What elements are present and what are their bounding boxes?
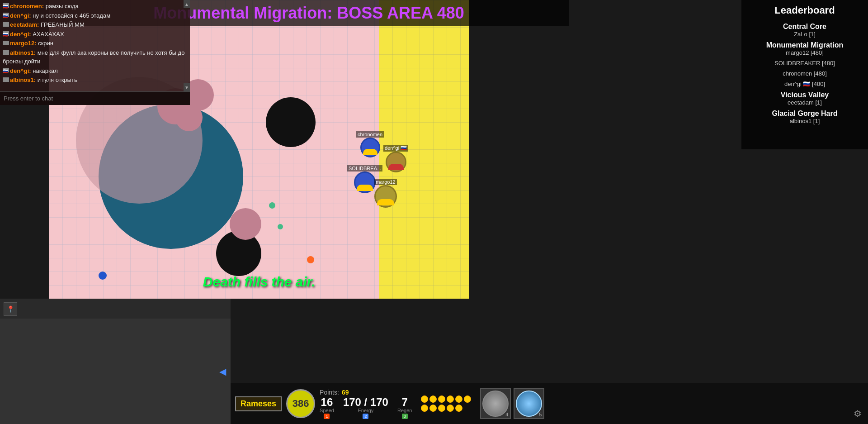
chat-messages: 🇷🇺chronomen: рамзы сюда🇷🇺den^gi: ну и ос…: [0, 0, 190, 91]
settings-icon[interactable]: ⚙: [851, 407, 864, 420]
stars-row: [421, 395, 471, 412]
points-row: Points: 69: [320, 389, 412, 396]
star-7: [421, 405, 428, 412]
player-margo12-label: margo12: [374, 179, 396, 185]
skill-icon-4: [482, 391, 509, 417]
player-chronomen: chronomen: [356, 131, 384, 157]
star-3: [438, 395, 445, 403]
speed-badge: 1: [324, 414, 330, 419]
points-label: Points:: [320, 389, 339, 396]
chat-panel: 🇷🇺chronomen: рамзы сюда🇷🇺den^gi: ну и ос…: [0, 0, 190, 105]
player-name: Rameses: [235, 396, 282, 411]
player-solidbreaker-label: SOLIDBREA...: [347, 165, 382, 172]
star-8: [429, 405, 437, 412]
lb-section-entry: SOLIDBREAKER [480]: [748, 60, 862, 67]
stars-top-row: [421, 395, 471, 403]
lb-section-entry: eeetadam [1]: [748, 99, 862, 106]
chat-scroll-down[interactable]: ▼: [184, 83, 190, 91]
game-title-text: Monumental Migration: BOSS AREA 480: [153, 4, 464, 22]
stats-row: 16 Speed 1 170 / 170 Energy 2 7 Regen 3: [320, 397, 412, 419]
star-11: [455, 405, 462, 412]
speed-label: Speed: [320, 408, 334, 413]
chat-message: albinos1: и гуля открыть: [3, 76, 187, 85]
chat-message: margo12: скрин: [3, 39, 187, 48]
chat-message: 🇷🇺den^gi: накаркал: [3, 67, 187, 76]
chat-input[interactable]: [0, 92, 190, 105]
small-pink-circle: [230, 208, 261, 240]
star-1: [421, 395, 428, 403]
lb-section-entry: margo12 [480]: [748, 49, 862, 56]
pink-circle-3: [175, 104, 203, 131]
player-margo12: margo12: [374, 179, 397, 208]
energy-value: 170 / 170: [343, 397, 388, 408]
lb-section-title: Vicious Valley: [748, 91, 862, 99]
energy-label: Energy: [358, 408, 373, 413]
speed-value: 16: [321, 397, 333, 408]
player-level: 386: [286, 389, 315, 418]
blue-dot: [99, 272, 107, 280]
lb-section-title: Central Core: [748, 23, 862, 31]
star-10: [447, 405, 454, 412]
skill-num-5: 5: [539, 412, 542, 417]
orange-dot: [307, 256, 314, 263]
skill-slots: 4 5: [480, 388, 544, 419]
chat-message: 🇷🇺den^gi: АХАХАХАХ: [3, 30, 187, 39]
regen-badge: 3: [402, 414, 408, 419]
energy-badge: 2: [363, 414, 368, 419]
star-9: [438, 405, 445, 412]
skill-num-4: 4: [505, 412, 508, 417]
skill-slot-4[interactable]: 4: [480, 388, 511, 419]
star-6: [464, 395, 471, 403]
chat-message: 🇷🇺chronomen: рамзы сюда: [3, 2, 187, 11]
chat-input-container: [0, 91, 190, 105]
minimap-icon[interactable]: 📍: [4, 302, 17, 316]
stats-box: Points: 69 16 Speed 1 170 / 170 Energy 2…: [320, 389, 412, 419]
player-dengi: den^gi 🇷🇺: [383, 145, 408, 172]
death-message: Death fills the air.: [203, 274, 315, 290]
lb-section-title: Glacial Gorge Hard: [748, 110, 862, 118]
lb-section-entry: chronomen [480]: [748, 70, 862, 77]
regen-stat: 7 Regen 3: [397, 397, 412, 419]
chat-message: albinos1: мне для фулл ака короны все по…: [3, 48, 187, 66]
minimap-canvas: ◀: [0, 319, 231, 424]
points-value: 69: [342, 389, 349, 396]
lb-section-entry: den^gi 🇷🇺 [480]: [748, 81, 862, 87]
minimap-area: 📍 ◀: [0, 299, 231, 424]
leaderboard: Leaderboard Central CoreZaLo [1]Monument…: [741, 0, 868, 149]
chat-message: 🇷🇺den^gi: ну и остовайся с 465 этадам: [3, 11, 187, 20]
chat-message: eeetadam: ГРЕБАНЫЙ ММ: [3, 20, 187, 29]
teal-dot-1: [269, 202, 275, 209]
lb-section-title: Monumental Migration: [748, 41, 862, 49]
regen-label: Regen: [397, 408, 412, 413]
energy-stat: 170 / 170 Energy 2: [343, 397, 388, 419]
teal-dot-2: [278, 224, 283, 229]
player-dengi-label: den^gi 🇷🇺: [383, 145, 408, 152]
star-4: [447, 395, 454, 403]
bottom-hud: Rameses 386 Points: 69 16 Speed 1 170 / …: [231, 383, 868, 424]
minimap-arrow[interactable]: ◀: [219, 366, 226, 377]
skill-icon-5: [516, 391, 542, 417]
leaderboard-title: Leaderboard: [748, 5, 862, 16]
player-chronomen-label: chronomen: [356, 131, 384, 138]
regen-value: 7: [402, 397, 408, 408]
lb-section-entry: ZaLo [1]: [748, 31, 862, 38]
star-5: [455, 395, 462, 403]
skill-slot-5[interactable]: 5: [514, 388, 544, 419]
speed-stat: 16 Speed 1: [320, 397, 334, 419]
star-2: [429, 395, 437, 403]
chat-scroll-up[interactable]: ▲: [184, 0, 190, 8]
black-circle-1: [266, 97, 316, 147]
stars-bottom-row: [421, 405, 471, 412]
lb-section-entry: albinos1 [1]: [748, 118, 862, 124]
